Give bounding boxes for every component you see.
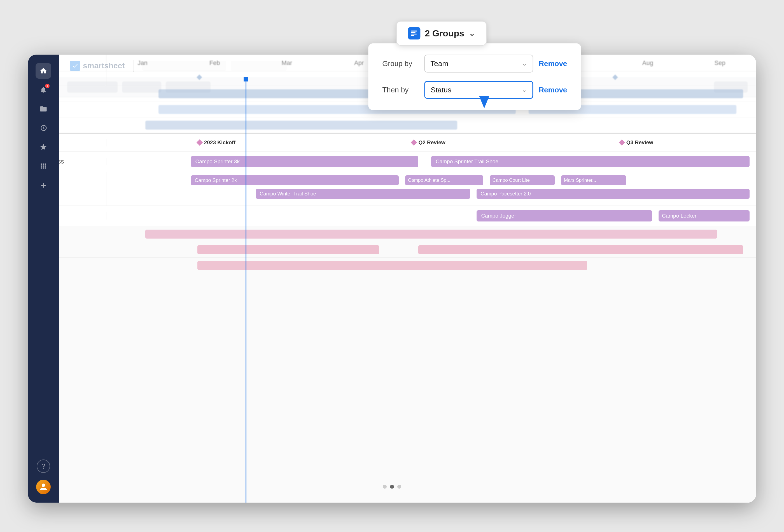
milestone-q2-label: Q2 Review [418, 139, 445, 146]
bar-campo-sprinter-3k[interactable]: Campo Sprinter 3k [191, 156, 418, 167]
sidebar-item-add[interactable]: + [35, 177, 51, 193]
sidebar: 1 + ? [28, 55, 59, 503]
sidebar-item-home[interactable] [35, 63, 51, 79]
groups-icon [408, 27, 420, 39]
milestone-kickoff: 2023 Kickoff [197, 139, 235, 146]
sidebar-item-favorites[interactable] [35, 139, 51, 155]
in-progress-bars: Campo Sprinter 3k Campo Sprinter Trail S… [106, 151, 756, 172]
svg-rect-1 [411, 32, 415, 33]
svg-rect-0 [411, 30, 417, 31]
then-by-value: Status [431, 86, 451, 94]
bar-campo-winter[interactable]: Campo Winter Trail Shoe [256, 189, 470, 199]
status-off-track: Off Track [59, 172, 106, 205]
month-jan: Jan [106, 59, 179, 67]
off-track-bars: Campo Sprinter 2k Campo Athlete Sp... Ca… [106, 172, 756, 205]
month-aug: Aug [612, 59, 684, 67]
milestone-q3: Q3 Review [620, 139, 653, 146]
row-at-risk: At Risk Campo Jogger Campo Locker [59, 206, 756, 226]
milestones-row: 2023 Kickoff Q2 Review Q3 Review [106, 134, 756, 151]
month-sep: Sep [684, 59, 756, 67]
bar-campo-sprinter-2k[interactable]: Campo Sprinter 2k [191, 175, 399, 185]
milestone-q3-label: Q3 Review [626, 139, 653, 146]
month-feb: Feb [179, 59, 251, 67]
sidebar-item-help[interactable]: ? [37, 459, 50, 473]
avatar[interactable] [36, 480, 51, 494]
year-label: 2024 [59, 55, 106, 71]
notification-badge: 1 [45, 84, 50, 88]
sidebar-item-files[interactable] [35, 101, 51, 117]
sidebar-item-recent[interactable] [35, 120, 51, 136]
group-by-value: Team [430, 59, 448, 68]
remove-then-by-button[interactable]: Remove [539, 86, 567, 94]
sidebar-item-apps[interactable] [35, 158, 51, 174]
series2-title: Series 2 [59, 139, 106, 146]
group-by-row: Group by Team ⌄ Remove [382, 55, 567, 73]
select-chevron-1: ⌄ [522, 60, 527, 67]
svg-rect-2 [411, 34, 417, 34]
nav-dots [383, 485, 401, 488]
bar-campo-athlete[interactable]: Campo Athlete Sp... [405, 175, 483, 185]
then-by-label: Then by [382, 86, 419, 94]
at-risk-bars: Campo Jogger Campo Locker [106, 206, 756, 226]
month-mar: Mar [251, 59, 323, 67]
row-off-track: Off Track Campo Sprinter 2k Campo Athlet… [59, 172, 756, 206]
popup-wrapper: 2 Groups ⌄ Group by Team ⌄ Remove Then b… [368, 21, 487, 46]
chevron-down-icon: ⌄ [469, 29, 475, 38]
milestone-kickoff-label: 2023 Kickoff [204, 139, 235, 146]
popup-panel: Group by Team ⌄ Remove Then by Status ⌄ [368, 44, 581, 110]
svg-marker-4 [479, 96, 489, 108]
row-in-progress: In Progress Campo Sprinter 3k Campo Spri… [59, 151, 756, 172]
bar-campo-locker[interactable]: Campo Locker [659, 210, 750, 222]
remove-group-by-button[interactable]: Remove [539, 59, 567, 68]
bar-mars-sprinter[interactable]: Mars Sprinter... [561, 175, 626, 185]
bar-campo-pacesetter[interactable]: Campo Pacesetter 2.0 [477, 189, 749, 199]
groups-button-label: 2 Groups [425, 28, 464, 39]
status-at-risk: At Risk [59, 212, 106, 220]
cursor-arrow [479, 96, 489, 110]
series2-header-row: Series 2 2023 Kickoff Q2 Review [59, 134, 756, 151]
select-chevron-2: ⌄ [522, 86, 527, 93]
groups-button[interactable]: 2 Groups ⌄ [396, 21, 487, 46]
main-content: smartsheet 2024 [59, 55, 756, 503]
svg-rect-3 [411, 35, 414, 36]
bar-campo-sprinter-trail[interactable]: Campo Sprinter Trail Shoe [431, 156, 750, 167]
sidebar-item-notifications[interactable]: 1 [35, 82, 51, 98]
then-by-row: Then by Status ⌄ Remove [382, 81, 567, 99]
status-in-progress: In Progress [59, 158, 106, 165]
group-by-select[interactable]: Team ⌄ [424, 55, 533, 73]
group-by-label: Group by [382, 59, 419, 68]
bar-campo-jogger[interactable]: Campo Jogger [477, 210, 652, 222]
then-by-select[interactable]: Status ⌄ [424, 81, 533, 99]
milestone-q2: Q2 Review [412, 139, 445, 146]
app-window: 1 + ? [28, 55, 756, 503]
bar-campo-court-lite[interactable]: Campo Court Lite [490, 175, 555, 185]
